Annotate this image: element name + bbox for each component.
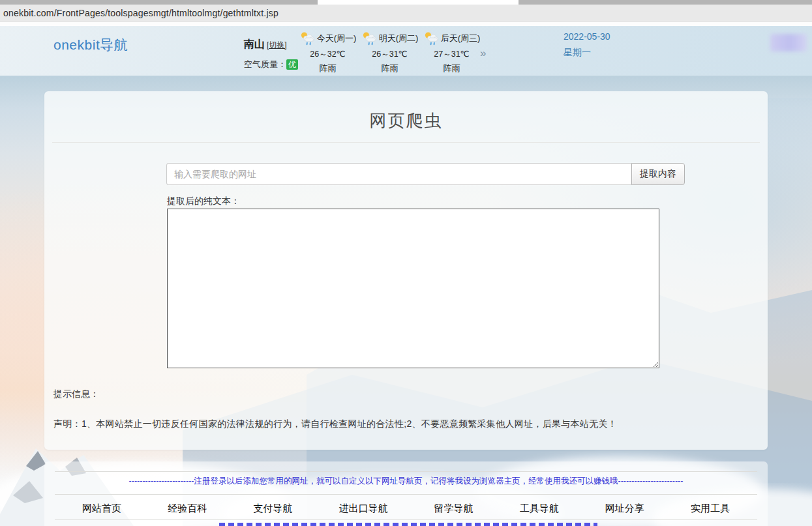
weekday-value: 星期一 <box>564 44 610 60</box>
forecast-day-after: 后天(周三) 27～31℃ 阵雨 <box>421 31 483 74</box>
title-divider <box>52 142 760 143</box>
forecast-condition: 阵雨 <box>297 63 359 74</box>
footer-nav-url-share[interactable]: 网址分享 <box>605 503 644 515</box>
site-logo[interactable]: onekbit导航 <box>53 36 128 54</box>
extracted-text-area[interactable] <box>167 209 659 368</box>
disclaimer-text: 声明：1、本网站禁止一切违反任何国家的法律法规的行为，请自行检查网址的合法性;2… <box>53 418 617 430</box>
switch-city-link[interactable]: [切换] <box>267 40 287 50</box>
chrome-divider <box>0 22 812 26</box>
sun-shower-icon <box>299 31 316 46</box>
clipped-bottom-text <box>219 523 597 526</box>
footer-divider <box>55 471 757 472</box>
date-value: 2022-05-30 <box>564 29 610 44</box>
footer-nav-import-export[interactable]: 进出口导航 <box>338 503 387 515</box>
forecast-tomorrow: 明天(周二) 26～31℃ 阵雨 <box>359 31 421 74</box>
result-label: 提取后的纯文本： <box>167 196 240 207</box>
location-city: 南山 <box>244 38 265 50</box>
page-title: 网页爬虫 <box>44 110 768 132</box>
more-weather-chevron-icon[interactable]: » <box>480 47 486 60</box>
forecast-condition: 阵雨 <box>421 63 483 74</box>
forecast-today: 今天(周一) 26～32℃ 阵雨 <box>297 31 359 74</box>
user-avatar-blurred[interactable] <box>770 34 807 51</box>
air-quality-label: 空气质量： <box>244 59 286 69</box>
footer-divider <box>55 494 757 495</box>
footer-panel: ------------------------注册登录以后添加您常用的网址，就… <box>44 461 768 526</box>
crawler-tool-card: 网页爬虫 提取内容 提取后的纯文本： 提示信息： 声明：1、本网站禁止一切违反任… <box>44 91 768 450</box>
forecast-day: 明天(周二) <box>379 33 419 44</box>
footer-promo-text: ------------------------注册登录以后添加您常用的网址，就… <box>44 476 768 487</box>
footer-nav-utilities[interactable]: 实用工具 <box>691 503 730 515</box>
crawl-url-input[interactable] <box>166 163 631 185</box>
forecast-day: 今天(周一) <box>317 33 357 44</box>
forecast-condition: 阵雨 <box>359 63 421 74</box>
footer-nav-payment[interactable]: 支付导航 <box>253 503 292 515</box>
browser-tab-strip <box>0 0 812 5</box>
forecast-temp: 26～31℃ <box>359 49 421 60</box>
address-bar[interactable]: onekbit.com/FrontPages/toolspagesmgt/htm… <box>0 5 812 22</box>
forecast-day: 后天(周三) <box>441 33 481 44</box>
hint-label: 提示信息： <box>53 388 99 400</box>
forecast-temp: 27～31℃ <box>421 49 483 60</box>
date-block: 2022-05-30 星期一 <box>564 29 610 60</box>
sun-shower-icon <box>423 31 440 46</box>
site-header: onekbit导航 南山[切换] 空气质量：优 今天(周一) 26～32℃ 阵雨 <box>0 26 812 76</box>
extract-content-button[interactable]: 提取内容 <box>631 163 685 185</box>
footer-nav-wiki[interactable]: 经验百科 <box>168 503 207 515</box>
address-bar-url[interactable]: onekbit.com/FrontPages/toolspagesmgt/htm… <box>3 8 278 18</box>
active-tab-edge <box>318 0 519 5</box>
forecast-temp: 26～32℃ <box>297 49 359 60</box>
footer-nav-tools-nav[interactable]: 工具导航 <box>520 503 559 515</box>
sun-shower-icon <box>361 31 378 46</box>
crawl-input-group: 提取内容 <box>166 163 730 185</box>
footer-nav-home[interactable]: 网站首页 <box>82 503 121 515</box>
footer-nav: 网站首页 经验百科 支付导航 进出口导航 留学导航 工具导航 网址分享 实用工具 <box>44 498 768 519</box>
footer-nav-study-abroad[interactable]: 留学导航 <box>434 503 474 515</box>
footer-divider <box>55 519 757 520</box>
